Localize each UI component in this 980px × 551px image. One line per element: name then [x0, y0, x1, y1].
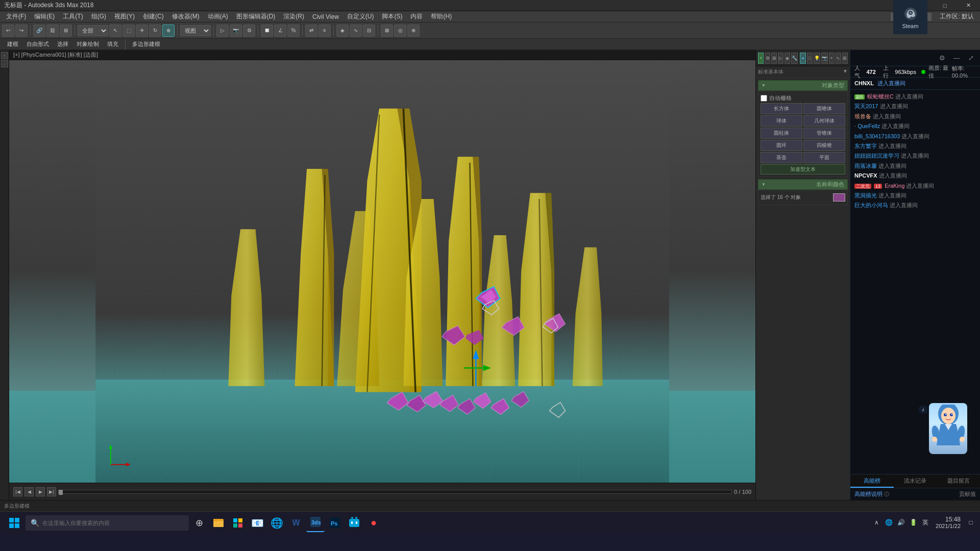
color-swatch[interactable] — [833, 193, 845, 202]
tray-expand[interactable]: ∧ — [871, 517, 881, 528]
menu-view[interactable]: 视图(Y) — [110, 12, 139, 21]
obj-btn-torus[interactable]: 圆环 — [761, 140, 802, 151]
scale-button[interactable]: ⊕ — [162, 24, 175, 37]
taskbar-store-icon[interactable] — [229, 514, 247, 532]
menu-civil[interactable]: Civil View — [308, 13, 343, 20]
select-button[interactable]: ↖ — [109, 24, 121, 37]
helper-sub-btn[interactable]: + — [829, 53, 835, 64]
geo-sub-btn[interactable]: ● — [800, 53, 805, 64]
live-settings-icon[interactable]: ⚙ — [937, 53, 947, 63]
taskbar-mail-icon[interactable]: 📧 — [248, 514, 266, 532]
percent-snap[interactable]: % — [287, 24, 300, 37]
menu-script[interactable]: 脚本(S) — [378, 12, 406, 21]
tray-battery[interactable]: 🔋 — [908, 517, 918, 528]
start-button[interactable] — [4, 513, 24, 533]
menu-tools[interactable]: 工具(T) — [59, 12, 87, 21]
obj-btn-geosphere[interactable]: 几何球体 — [803, 115, 845, 127]
display-panel-btn[interactable]: ◈ — [785, 53, 790, 64]
render-settings-button[interactable]: ⚙ — [243, 24, 255, 37]
unlink-button[interactable]: ⛓ — [46, 24, 59, 37]
ribbon-select[interactable]: 选择 — [54, 40, 71, 48]
info-icon[interactable]: ⓘ — [884, 491, 889, 497]
taskbar-word-icon[interactable]: W — [287, 514, 305, 532]
taskbar-edge-icon[interactable]: 🌐 — [267, 514, 286, 532]
view-dropdown[interactable]: 视图 — [180, 25, 211, 36]
layer-manager[interactable]: ⊟ — [363, 24, 375, 37]
menu-edit[interactable]: 编辑(E) — [30, 12, 59, 21]
menu-modifiers[interactable]: 修改器(M) — [168, 12, 204, 21]
menu-content[interactable]: 内容 — [406, 12, 427, 21]
menu-customize[interactable]: 自定义(U) — [343, 12, 378, 21]
obj-btn-plane[interactable]: 平面 — [803, 152, 845, 163]
autogrid-checkbox[interactable] — [761, 95, 767, 102]
isolate[interactable]: ◎ — [394, 24, 406, 37]
mirror-button[interactable]: ⇌ — [305, 24, 317, 37]
system-sub-btn[interactable]: ⊞ — [842, 53, 848, 64]
timeline-thumb[interactable] — [59, 490, 63, 495]
material-editor[interactable]: ◈ — [336, 24, 349, 37]
left-btn-1[interactable]: + — [1, 52, 8, 59]
taskbar-3dsmax-icon[interactable]: 3ds — [306, 514, 325, 532]
taskbar-ps-icon[interactable]: Ps — [326, 514, 344, 532]
curve-editor[interactable]: ∿ — [350, 24, 362, 37]
viewport-config[interactable]: ⊠ — [381, 24, 393, 37]
taskbar-explorer-icon[interactable] — [209, 514, 228, 532]
obj-btn-pyramid[interactable]: 四棱锥 — [803, 140, 845, 151]
obj-btn-sphere[interactable]: 球体 — [761, 115, 802, 127]
move-button[interactable]: ✛ — [136, 24, 148, 37]
camera-sub-btn[interactable]: 📷 — [821, 53, 828, 64]
tray-volume[interactable]: 🔊 — [896, 517, 906, 528]
render-frame-button[interactable]: 📷 — [230, 24, 242, 37]
modify-panel-btn[interactable]: ⚙ — [765, 53, 770, 64]
menu-graph-editor[interactable]: 图形编辑器(D) — [232, 12, 280, 21]
left-btn-2[interactable]: - — [1, 60, 8, 67]
tab-flow-record[interactable]: 流水记录 — [894, 475, 937, 488]
maximize-button[interactable]: □ — [933, 0, 957, 11]
ribbon-objpaint[interactable]: 对象绘制 — [74, 40, 102, 48]
tab-topic-comment[interactable]: 题目留言 — [937, 475, 980, 488]
utilities-panel-btn[interactable]: 🔧 — [791, 53, 798, 64]
obj-btn-cylinder[interactable]: 圆柱体 — [761, 128, 802, 139]
menu-animation[interactable]: 动画(A) — [204, 12, 232, 21]
menu-render[interactable]: 渲染(R) — [279, 12, 308, 21]
ribbon-modeling[interactable]: 建模 — [4, 40, 21, 48]
live-minimize-icon[interactable]: — — [951, 53, 962, 63]
obj-btn-tube[interactable]: 管锥体 — [803, 128, 845, 139]
align-button[interactable]: ≡ — [318, 24, 331, 37]
motion-panel-btn[interactable]: ▷ — [778, 53, 783, 64]
timeline-track[interactable] — [58, 490, 732, 494]
name-color-header[interactable]: 名称和颜色 — [758, 179, 848, 190]
tl-prev-button[interactable]: ◀ — [24, 487, 34, 496]
menu-help[interactable]: 帮助(H) — [427, 12, 456, 21]
select-mode-dropdown[interactable]: 全部 — [78, 25, 108, 36]
menu-file[interactable]: 文件(F) — [2, 12, 30, 21]
display-floater[interactable]: ⊕ — [407, 24, 420, 37]
angle-snap[interactable]: ∠ — [274, 24, 286, 37]
obj-btn-box[interactable]: 长方体 — [761, 103, 802, 114]
space-warp-sub-btn[interactable]: ∿ — [836, 53, 841, 64]
tray-network[interactable]: 🌐 — [884, 517, 894, 528]
taskbar-red-icon[interactable]: ● — [364, 514, 383, 532]
tl-next-button[interactable]: ▶| — [47, 487, 56, 496]
tray-notifications[interactable]: □ — [966, 517, 976, 528]
snap-toggle[interactable]: 🔲 — [261, 24, 273, 37]
ribbon-populate[interactable]: 填充 — [104, 40, 121, 48]
menu-create[interactable]: 创建(C) — [139, 12, 168, 21]
link-button[interactable]: 🔗 — [33, 24, 45, 37]
render-button[interactable]: ▷ — [216, 24, 229, 37]
create-panel-btn[interactable]: + — [758, 53, 764, 64]
live-expand-icon[interactable]: ⤢ — [966, 53, 976, 63]
ribbon-freeform[interactable]: 自由形式 — [23, 40, 52, 48]
channel-action[interactable]: 进入直播间 — [877, 80, 905, 86]
obj-btn-cone[interactable]: 圆锥体 — [803, 103, 845, 114]
taskbar-clock[interactable]: 15:48 2021/1/22 — [933, 516, 964, 530]
3d-viewport[interactable] — [9, 60, 755, 483]
obj-btn-teapot[interactable]: 茶壶 — [761, 152, 802, 163]
light-sub-btn[interactable]: 💡 — [814, 53, 820, 64]
taskbar-bilibili-icon[interactable] — [345, 514, 363, 532]
add-text-button[interactable]: 加速型文本 — [761, 164, 845, 174]
steam-overlay[interactable]: Steam — [893, 0, 927, 34]
shape-sub-btn[interactable]: □ — [807, 53, 813, 64]
hierarchy-panel-btn[interactable]: ⊞ — [771, 53, 777, 64]
task-view-button[interactable]: ⊕ — [190, 514, 208, 532]
